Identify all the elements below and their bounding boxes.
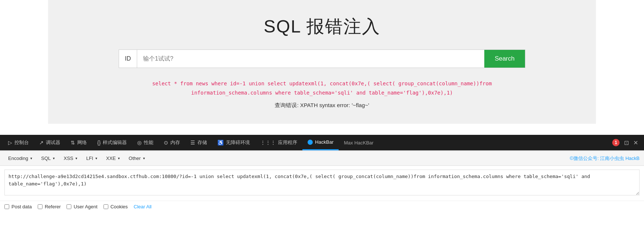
error-message: 查询错误: XPATH syntax error: '~flag~': [275, 102, 369, 109]
page-title: SQL 报错注入: [264, 15, 380, 38]
xss-chevron: ▾: [75, 156, 77, 160]
tab-max-hackbar[interactable]: Max HacKBar: [339, 135, 379, 150]
tab-network[interactable]: ⇅ 网络: [65, 135, 92, 150]
sql-line2: information_schema.columns where table_s…: [152, 88, 492, 98]
encoding-chevron: ▾: [30, 156, 32, 160]
post-data-checkbox[interactable]: [4, 204, 9, 209]
devtools-bar: ▷ 控制台 ↗ 调试器 ⇅ 网络 {} 样式编辑器 ◎ 性能 ⊙ 内存 ☰ 存储…: [0, 135, 644, 150]
xss-menu[interactable]: XSS ▾: [60, 154, 81, 163]
tab-max-hackbar-label: Max HacKBar: [344, 140, 373, 146]
other-chevron: ▾: [143, 156, 145, 160]
other-label: Other: [129, 156, 141, 161]
application-icon: ⋮⋮⋮: [260, 140, 276, 146]
referer-option[interactable]: Referer: [38, 204, 61, 209]
search-button[interactable]: Search: [484, 50, 525, 68]
main-content: SQL 报错注入 ID Search select * from news wh…: [48, 0, 596, 124]
tab-accessibility-label: 无障碍环境: [226, 139, 250, 146]
referer-checkbox[interactable]: [38, 204, 43, 209]
other-menu[interactable]: Other ▾: [125, 154, 149, 163]
sql-code-display: select * from news where id=-1 union sel…: [152, 79, 492, 98]
xxe-menu[interactable]: XXE ▾: [102, 154, 123, 163]
error-badge: 1: [612, 139, 620, 146]
tab-memory[interactable]: ⊙ 内存: [159, 135, 185, 150]
lfi-chevron: ▾: [95, 156, 97, 160]
sql-menu[interactable]: SQL ▾: [37, 154, 58, 163]
hackbar-options: Post data Referer User Agent Cookies Cle…: [0, 201, 644, 212]
copyright-text: ©微信公众号: 江南小虫虫 HackB: [570, 155, 640, 162]
search-bar: ID Search: [119, 49, 525, 68]
resize-icon[interactable]: ⊡: [624, 139, 629, 146]
tab-console[interactable]: ▷ 控制台: [3, 135, 34, 150]
storage-icon: ☰: [190, 140, 195, 146]
console-icon: ▷: [8, 140, 12, 146]
tab-debugger-label: 调试器: [46, 139, 60, 146]
xxe-chevron: ▾: [118, 156, 120, 160]
hackbar-url-input[interactable]: [4, 170, 640, 195]
xss-label: XSS: [64, 156, 73, 161]
hackbar-panel: Encoding ▾ SQL ▾ XSS ▾ LFI ▾ XXE ▾ Other…: [0, 150, 644, 212]
post-data-label: Post data: [11, 204, 32, 209]
tab-perf-label: 性能: [144, 139, 153, 146]
tab-application[interactable]: ⋮⋮⋮ 应用程序: [255, 135, 302, 150]
tab-console-label: 控制台: [14, 139, 29, 146]
network-icon: ⇅: [71, 140, 75, 146]
cookies-label: Cookies: [111, 204, 128, 209]
tab-network-label: 网络: [77, 139, 87, 146]
lfi-label: LFI: [86, 156, 93, 161]
id-label: ID: [119, 50, 137, 68]
tab-accessibility[interactable]: ♿ 无障碍环境: [212, 135, 255, 150]
encoding-menu[interactable]: Encoding ▾: [4, 154, 36, 163]
hackbar-icon: [308, 140, 313, 145]
tab-debugger[interactable]: ↗ 调试器: [34, 135, 65, 150]
referer-label: Referer: [45, 204, 61, 209]
cookies-option[interactable]: Cookies: [104, 204, 128, 209]
tab-style-editor[interactable]: {} 样式编辑器: [92, 135, 132, 150]
tab-performance[interactable]: ◎ 性能: [132, 135, 159, 150]
post-data-option[interactable]: Post data: [4, 204, 32, 209]
clear-all-button[interactable]: Clear All: [134, 204, 152, 209]
tab-memory-label: 内存: [170, 139, 180, 146]
user-agent-label: User Agent: [74, 204, 97, 209]
xxe-label: XXE: [106, 156, 116, 161]
tab-style-label: 样式编辑器: [103, 139, 127, 146]
sql-label: SQL: [41, 156, 51, 161]
devtools-right: 1 ⊡ ✕: [612, 139, 641, 146]
perf-icon: ◎: [137, 140, 142, 146]
close-icon[interactable]: ✕: [633, 139, 638, 146]
hackbar-url-area: [0, 166, 644, 201]
sql-line1: select * from news where id=-1 union sel…: [152, 79, 492, 88]
memory-icon: ⊙: [164, 140, 168, 146]
tab-storage[interactable]: ☰ 存储: [185, 135, 212, 150]
encoding-label: Encoding: [8, 156, 28, 161]
tab-hackbar-label: HackBar: [315, 139, 333, 145]
tab-hackbar[interactable]: HackBar: [302, 135, 339, 150]
search-input[interactable]: [137, 50, 484, 68]
sql-chevron: ▾: [53, 156, 55, 160]
style-icon: {}: [97, 140, 101, 146]
accessibility-icon: ♿: [217, 140, 224, 146]
user-agent-checkbox[interactable]: [67, 204, 71, 209]
user-agent-option[interactable]: User Agent: [67, 204, 97, 209]
debugger-icon: ↗: [39, 140, 44, 146]
hackbar-toolbar: Encoding ▾ SQL ▾ XSS ▾ LFI ▾ XXE ▾ Other…: [0, 151, 644, 166]
cookies-checkbox[interactable]: [104, 204, 108, 209]
lfi-menu[interactable]: LFI ▾: [82, 154, 101, 163]
tab-application-label: 应用程序: [278, 139, 297, 146]
tab-storage-label: 存储: [197, 139, 207, 146]
